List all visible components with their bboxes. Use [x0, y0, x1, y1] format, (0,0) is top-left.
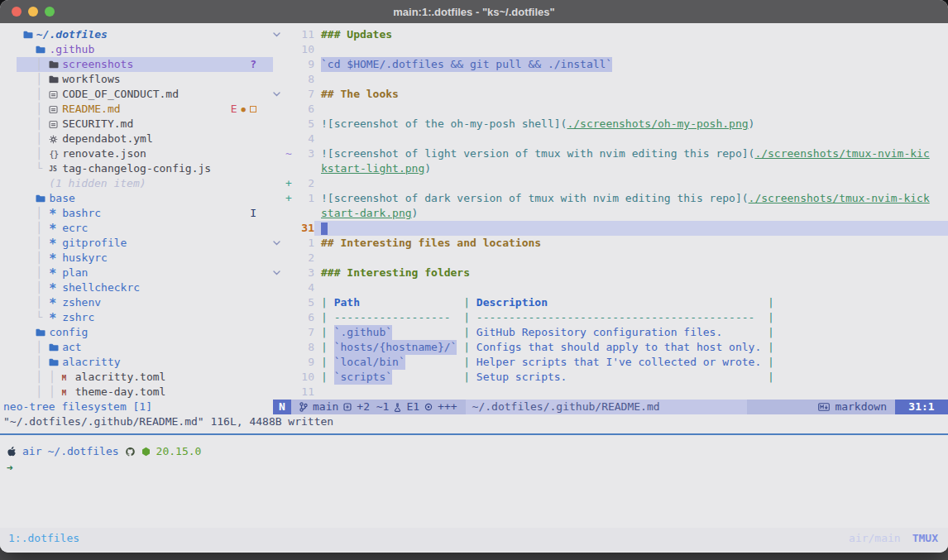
- editor-current-line[interactable]: 31: [273, 221, 948, 236]
- editor-line[interactable]: 7## The looks: [273, 87, 948, 102]
- fold-chevron-icon[interactable]: [273, 270, 285, 275]
- line-text: ### Updates: [314, 27, 948, 42]
- indent-guide: │: [17, 72, 49, 87]
- indent-guide: │: [17, 221, 49, 236]
- editor-line[interactable]: 9| `local/bin` | Helper scripts that I'v…: [273, 355, 948, 370]
- tree-item-label: alacritty: [62, 355, 120, 370]
- editor-buffer[interactable]: 11### Updates109`cd $HOME/.dotfiles && g…: [273, 27, 948, 400]
- line-number: 3: [293, 266, 314, 280]
- editor-line[interactable]: 4: [273, 280, 948, 295]
- indent-guide: │: [17, 57, 49, 72]
- line-text: [314, 176, 948, 191]
- tree-item--dotfiles[interactable]: ~/.dotfiles: [17, 27, 273, 42]
- tree-item-alacritty-toml[interactable]: │ │ Malacritty.toml: [17, 370, 273, 385]
- line-number: 31: [293, 221, 314, 236]
- tree-item--github[interactable]: .github: [17, 42, 273, 57]
- tree-item-readme-md[interactable]: │ README.mdE●: [17, 102, 273, 117]
- tree-item-alacritty[interactable]: │ alacritty: [17, 355, 273, 370]
- tree-item-label: README.md: [62, 102, 120, 117]
- tree-item-label: config: [49, 325, 88, 340]
- tree-item-plan[interactable]: │ *plan: [17, 266, 273, 280]
- tree-item-act[interactable]: │ act: [17, 340, 273, 355]
- editor-line[interactable]: start-dark.png): [273, 206, 948, 221]
- line-text: [314, 72, 948, 87]
- fold-chevron-icon[interactable]: [273, 241, 285, 246]
- line-number: 10: [293, 42, 314, 57]
- modified-dot-icon: ●: [242, 102, 246, 117]
- tree-item-label: tag-changelog-config.js: [62, 161, 211, 176]
- line-number: 2: [293, 251, 314, 266]
- toml-file-icon: M: [62, 370, 75, 385]
- text-cursor: [321, 223, 328, 235]
- editor-line[interactable]: kstart-light.png): [273, 161, 948, 176]
- fold-chevron-icon[interactable]: [273, 92, 285, 97]
- editor-line[interactable]: 6| ------------------ | ----------------…: [273, 310, 948, 325]
- markdown-file-icon: [49, 105, 62, 114]
- line-text: | `hosts/{hostname}/` | Configs that sho…: [314, 340, 948, 355]
- editor-line[interactable]: 10: [273, 42, 948, 57]
- git-branch-icon: [299, 402, 308, 412]
- node-version: 20.15.0: [156, 444, 202, 459]
- tree-item-bashrc[interactable]: │ *bashrcI: [17, 206, 273, 221]
- editor-line[interactable]: 5| Path | Description |: [273, 295, 948, 310]
- tree-item-renovate-json[interactable]: │ {}renovate.json: [17, 146, 273, 161]
- flask-icon: [394, 403, 401, 412]
- tree-item-label: act: [62, 340, 81, 355]
- editor-line[interactable]: +2: [273, 176, 948, 191]
- tree-item-gitprofile[interactable]: │ *gitprofile: [17, 236, 273, 251]
- editor-line[interactable]: 1## Interesting files and locations: [273, 236, 948, 251]
- editor-line[interactable]: ~3![screenshot of light version of tmux …: [273, 146, 948, 161]
- editor-line[interactable]: 11### Updates: [273, 27, 948, 42]
- tree-item--1-hidden-item-[interactable]: (1 hidden item): [17, 176, 273, 191]
- tree-item-config[interactable]: config: [17, 325, 273, 340]
- line-text: [314, 251, 948, 266]
- editor-line[interactable]: 3### Interesting folders: [273, 266, 948, 280]
- editor-line[interactable]: 2: [273, 251, 948, 266]
- tree-item-code-of-conduct-md[interactable]: │ CODE_OF_CONDUCT.md: [17, 87, 273, 102]
- folder-icon: [49, 343, 62, 352]
- line-text: ## Interesting files and locations: [314, 236, 948, 251]
- tree-item-tag-changelog-config-js[interactable]: └ JStag-changelog-config.js: [17, 161, 273, 176]
- tmux-window-name[interactable]: 1:.dotfiles: [8, 531, 79, 546]
- editor-line[interactable]: 7| `.github` | GitHub Repository configu…: [273, 325, 948, 340]
- window-title: main:1:.dotfiles - "ks~/.dotfiles": [0, 6, 948, 18]
- indent-guide: │: [17, 132, 49, 146]
- shell-pane[interactable]: air ~/.dotfiles 20.15.0 ➜: [0, 435, 948, 528]
- line-number: 9: [293, 57, 314, 72]
- prompt-host: air: [22, 444, 41, 459]
- line-number: 5: [293, 295, 314, 310]
- tree-item-zshenv[interactable]: │ *zshenv: [17, 295, 273, 310]
- mode-indicator: N: [273, 400, 291, 414]
- indent-guide: └: [17, 161, 49, 176]
- editor-line[interactable]: 10| `scripts` | Setup scripts. |: [273, 370, 948, 385]
- tree-item-ecrc[interactable]: │ *ecrc: [17, 221, 273, 236]
- tree-item-label: (1 hidden item): [49, 176, 146, 191]
- tree-item-label: shellcheckrc: [62, 280, 140, 295]
- tree-item-workflows[interactable]: │ workflows: [17, 72, 273, 87]
- tree-item-huskyrc[interactable]: │ *huskyrc: [17, 251, 273, 266]
- tree-item-security-md[interactable]: │ SECURITY.md: [17, 117, 273, 132]
- tree-item-shellcheckrc[interactable]: │ *shellcheckrc: [17, 280, 273, 295]
- editor-line[interactable]: 8: [273, 72, 948, 87]
- editor-line[interactable]: 5![screenshot of the oh-my-posh shell](.…: [273, 117, 948, 132]
- tree-item-zshrc[interactable]: └ *zshrc: [17, 310, 273, 325]
- tree-item-screenshots[interactable]: │ screenshots?: [17, 57, 273, 72]
- line-text: [314, 42, 948, 57]
- config-file-icon: *: [49, 251, 62, 266]
- tree-item-dependabot-yml[interactable]: │ dependabot.yml: [17, 132, 273, 146]
- fold-chevron-icon[interactable]: [273, 32, 285, 37]
- editor-line[interactable]: 11: [273, 385, 948, 400]
- tree-item-label: huskyrc: [62, 251, 108, 266]
- branch-name: main: [313, 400, 338, 414]
- tree-item-theme-day-toml[interactable]: │ │ Mtheme-day.toml: [17, 385, 273, 400]
- tree-item-label: ecrc: [62, 221, 88, 236]
- line-number: 8: [293, 340, 314, 355]
- editor-line[interactable]: 9`cd $HOME/.dotfiles && git pull && ./in…: [273, 57, 948, 72]
- editor-line[interactable]: +1![screenshot of dark version of tmux w…: [273, 191, 948, 206]
- editor-line[interactable]: 4: [273, 132, 948, 146]
- editor-line[interactable]: 6: [273, 102, 948, 117]
- tree-item-base[interactable]: base: [17, 191, 273, 206]
- diagnostics-errors: E1: [406, 400, 419, 414]
- editor-line[interactable]: 8| `hosts/{hostname}/` | Configs that sh…: [273, 340, 948, 355]
- line-text: kstart-light.png): [314, 161, 948, 176]
